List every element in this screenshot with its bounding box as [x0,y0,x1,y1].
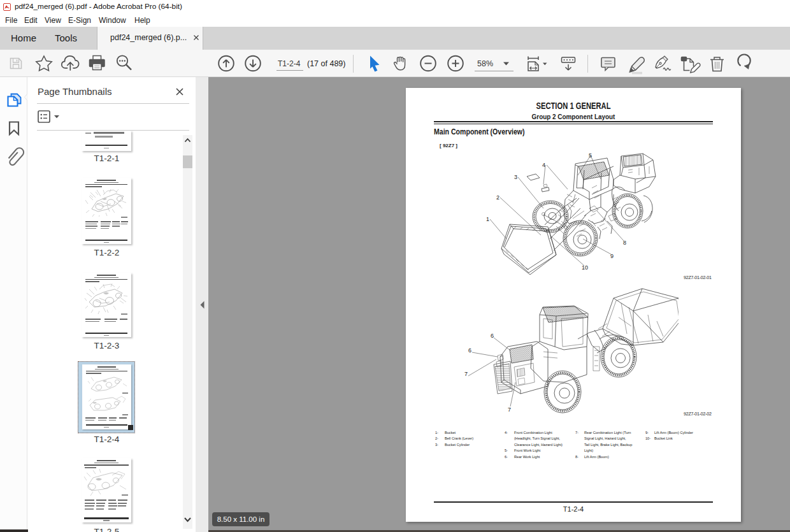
svg-text:10: 10 [582,264,588,271]
svg-text:5: 5 [589,152,592,159]
svg-text:6: 6 [491,333,494,339]
svg-text:9: 9 [610,253,614,259]
svg-text:7: 7 [464,371,468,377]
svg-text:4: 4 [542,162,545,168]
svg-text:1: 1 [486,216,489,222]
svg-text:8: 8 [623,240,626,246]
svg-text:3: 3 [514,174,517,180]
svg-text:2: 2 [496,194,499,201]
svg-text:7: 7 [508,406,511,413]
svg-text:6: 6 [468,347,471,354]
